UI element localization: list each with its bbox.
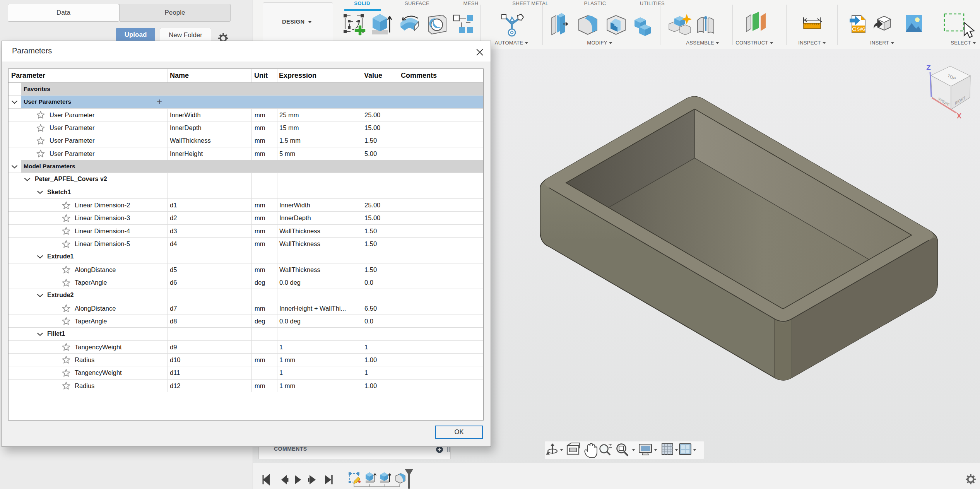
svg-text:X: X: [957, 112, 961, 120]
svg-text:Z: Z: [926, 63, 931, 72]
